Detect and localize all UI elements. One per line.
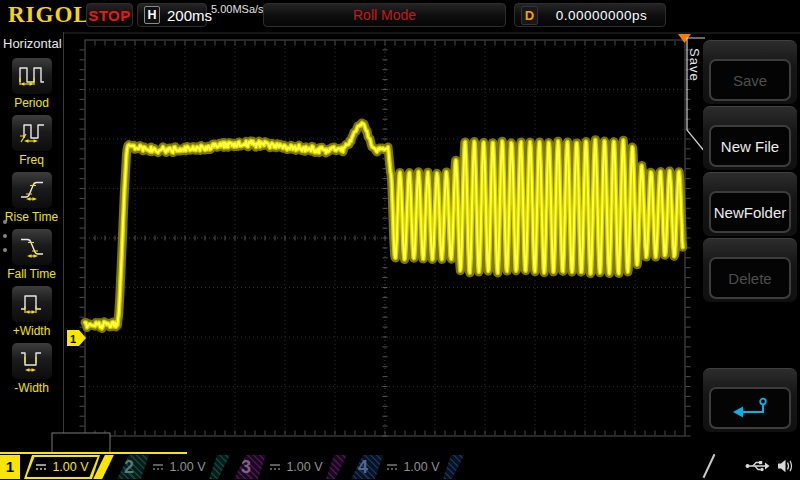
coupling-icon [269,462,281,472]
oscilloscope-screen: RIGOL STOP H 200ms 5.00MSa/s Roll Mode D… [0,0,800,480]
active-channel-underline [0,452,187,454]
new-folder-button-label: NewFolder [709,191,791,233]
channel-scale: 1.00 V [52,460,88,474]
new-folder-button[interactable]: NewFolder [703,172,797,236]
channel-4-status[interactable]: 4 1.00 V [351,455,464,479]
delete-button[interactable]: Delete [703,238,797,302]
save-button-label: Save [709,59,791,101]
coupling-icon [152,462,164,472]
tray-divider [703,454,716,478]
save-menu: Save New File NewFolder Delete [702,36,798,480]
menu-tab-title: Save [687,48,702,82]
channel-scale: 1.00 V [169,460,205,474]
waveform-display: 1 [0,0,800,480]
channel-number: 3 [241,455,251,479]
ch1-ground-marker[interactable]: 1 [67,330,86,346]
new-file-button[interactable]: New File [703,106,797,170]
delete-button-label: Delete [709,257,791,299]
svg-text:1: 1 [70,333,76,345]
channel-status-bar: 1 1.00 V 2 1.00 V 3 [0,452,800,480]
return-arrow-icon [730,397,770,419]
channel-number: 2 [124,455,134,479]
channel-3-status[interactable]: 3 1.00 V [234,455,347,479]
usb-icon [745,459,770,473]
coupling-icon [35,462,47,472]
new-file-button-label: New File [709,125,791,167]
channel-scale: 1.00 V [286,460,322,474]
channel-scale: 1.00 V [403,460,439,474]
channel-number: 4 [358,455,368,479]
channel-1-status[interactable]: 1 1.00 V [0,455,113,479]
back-button[interactable] [703,368,797,432]
channel-number: 1 [0,455,20,479]
coupling-icon [386,462,398,472]
speaker-icon [777,459,794,473]
status-box [52,433,110,454]
save-button[interactable]: Save [703,40,797,104]
channel-2-status[interactable]: 2 1.00 V [117,455,230,479]
